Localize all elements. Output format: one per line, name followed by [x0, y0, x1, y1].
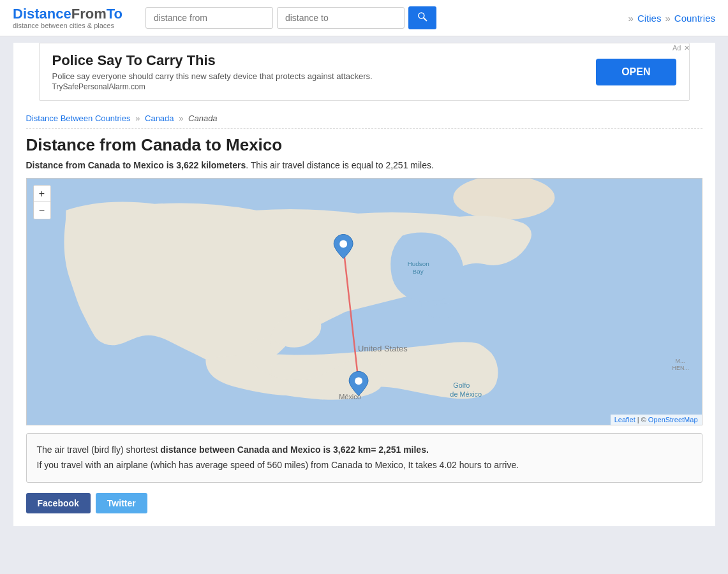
svg-text:Golfo: Golfo [453, 381, 470, 389]
map-svg: Golfo de México United States México Hud… [27, 179, 702, 425]
ad-open-button[interactable]: OPEN [596, 59, 676, 85]
svg-point-12 [339, 240, 347, 248]
breadcrumb-link-2[interactable]: Canada [145, 114, 174, 123]
twitter-button[interactable]: Twitter [96, 493, 147, 513]
svg-text:Bay: Bay [412, 268, 423, 275]
breadcrumb-current: Canada [188, 114, 218, 123]
svg-text:HEN...: HEN... [672, 365, 688, 371]
logo-text: DistanceFromTo [13, 7, 123, 21]
info-line-1: The air travel (bird fly) shortest dista… [37, 443, 692, 458]
logo-subtitle: distance between cities & places [13, 22, 123, 29]
logo-dist: Distance [13, 6, 71, 22]
logo: DistanceFromTo distance between cities &… [13, 7, 123, 29]
info-line1-bold: distance between Canada and Mexico is 3,… [160, 445, 429, 455]
ad-label: Ad [672, 44, 681, 52]
header: DistanceFromTo distance between cities &… [0, 0, 728, 36]
page-title: Distance from Canada to Mexico [26, 135, 702, 155]
content-area: Distance Between Countries » Canada » Ca… [13, 107, 715, 526]
nav-arrow-countries: » [665, 13, 670, 24]
breadcrumb-sep-2: » [179, 114, 183, 123]
map-attribution: Leaflet | © OpenStreetMap [611, 415, 702, 425]
attribution-sep: | © [635, 416, 648, 423]
zoom-out-button[interactable]: − [34, 202, 50, 219]
svg-line-1 [424, 18, 426, 20]
nav-links: » Cities » Countries [628, 13, 715, 24]
info-line1-prefix: The air travel (bird fly) shortest [37, 445, 161, 455]
info-line-2: If you travel with an airplane (which ha… [37, 458, 692, 473]
ad-description: Police say everyone should carry this ne… [52, 71, 373, 81]
facebook-button[interactable]: Facebook [26, 493, 91, 513]
ad-banner: Police Say To Carry This Police say ever… [39, 43, 690, 101]
distance-bold: Distance from Canada to Mexico is 3,622 … [26, 160, 246, 170]
distance-rest: . This air travel distance is equal to 2… [246, 160, 434, 170]
main-content: Police Say To Carry This Police say ever… [13, 43, 715, 526]
zoom-in-button[interactable]: + [34, 186, 50, 202]
svg-text:Hudson: Hudson [407, 260, 429, 267]
info-box: The air travel (bird fly) shortest dista… [26, 433, 702, 483]
osm-link[interactable]: OpenStreetMap [648, 416, 698, 423]
ad-domain: TrySafePersonalAlarm.com [52, 82, 373, 91]
ad-controls: Ad ✕ [672, 43, 689, 54]
ad-close-icon[interactable]: ✕ [684, 44, 690, 52]
breadcrumb-divider [26, 128, 702, 129]
nav-countries-link[interactable]: Countries [674, 13, 715, 24]
search-icon [417, 11, 427, 22]
breadcrumb-link-1[interactable]: Distance Between Countries [26, 114, 131, 123]
svg-point-4 [431, 303, 456, 318]
logo-to: To [107, 6, 123, 22]
distance-summary: Distance from Canada to Mexico is 3,622 … [26, 160, 702, 170]
search-from-input[interactable] [145, 7, 273, 29]
ad-wrapper: Police Say To Carry This Police say ever… [26, 43, 702, 101]
ad-title: Police Say To Carry This [52, 52, 373, 69]
breadcrumb-sep-1: » [135, 114, 140, 123]
social-buttons: Facebook Twitter [26, 493, 702, 513]
svg-text:United States: United States [358, 344, 408, 353]
svg-text:M...: M... [675, 358, 685, 364]
leaflet-link[interactable]: Leaflet [614, 416, 635, 423]
nav-arrow-cities: » [628, 13, 634, 24]
svg-text:de México: de México [450, 390, 482, 398]
search-area [145, 6, 618, 29]
ad-left: Police Say To Carry This Police say ever… [52, 52, 373, 91]
search-to-input[interactable] [277, 7, 405, 29]
search-button[interactable] [408, 6, 436, 29]
logo-from: From [71, 6, 107, 22]
svg-point-13 [355, 377, 362, 385]
zoom-controls: + − [33, 185, 51, 219]
nav-cities-link[interactable]: Cities [637, 13, 662, 24]
map-container: + − [26, 178, 702, 425]
breadcrumb: Distance Between Countries » Canada » Ca… [26, 114, 702, 123]
